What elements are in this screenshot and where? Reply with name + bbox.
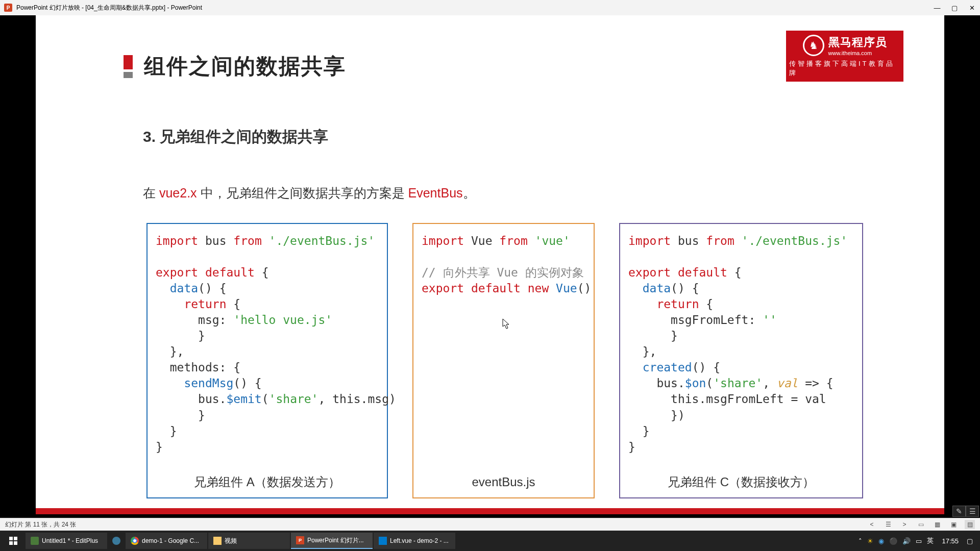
powerpoint-icon: P bbox=[4, 4, 12, 12]
slideshow-controls: ✎ ☰ bbox=[952, 506, 979, 517]
window-titlebar: P PowerPoint 幻灯片放映 - [04_生命周期&数据共享.pptx]… bbox=[0, 0, 980, 15]
tray-power-icon[interactable]: ◉ bbox=[878, 537, 884, 545]
taskbar-ppt-label: PowerPoint 幻灯片... bbox=[307, 536, 364, 545]
code-box-component-a: import bus from './eventBus.js' export d… bbox=[146, 223, 388, 498]
section-heading: 3. 兄弟组件之间的数据共享 bbox=[143, 127, 328, 147]
code-caption-c: 兄弟组件 C（数据接收方） bbox=[620, 474, 862, 490]
logo-name: 黑马程序员 bbox=[828, 35, 887, 50]
svg-rect-0 bbox=[9, 537, 13, 540]
ppt-icon: P bbox=[296, 536, 304, 544]
maximize-button[interactable]: ▢ bbox=[950, 4, 959, 12]
code-caption-eventbus: eventBus.js bbox=[413, 474, 594, 490]
taskbar-app-icon[interactable] bbox=[108, 533, 125, 549]
taskbar-explorer[interactable]: 视频 bbox=[208, 533, 290, 549]
taskbar-vscode-label: Left.vue - demo-2 - ... bbox=[390, 537, 449, 544]
minimize-button[interactable]: — bbox=[933, 4, 941, 12]
sorter-view-button[interactable]: ▦ bbox=[932, 520, 942, 529]
taskbar-powerpoint[interactable]: P PowerPoint 幻灯片... bbox=[291, 533, 373, 549]
tray-notifications-icon[interactable]: ▢ bbox=[967, 537, 973, 545]
taskbar-chrome[interactable]: demo-1 - Google C... bbox=[126, 533, 207, 549]
presentation-area[interactable]: 组件之间的数据共享 ♞ 黑马程序员 www.itheima.com 传智播客旗下… bbox=[0, 15, 980, 518]
tray-weather-icon[interactable]: ☀ bbox=[867, 537, 873, 545]
taskbar-editplus-label: Untitled1 * - EditPlus bbox=[42, 537, 98, 544]
tray-ime-label[interactable]: 英 bbox=[927, 536, 934, 545]
system-tray: ˄ ☀ ◉ ⚫ 🔊 ▭ 英 17:55 ▢ bbox=[853, 536, 978, 545]
normal-view-button[interactable]: ▭ bbox=[916, 520, 926, 529]
title-decoration bbox=[124, 55, 133, 78]
code-box-eventbus: import Vue from 'vue' // 向外共享 Vue 的实例对象 … bbox=[412, 223, 595, 498]
taskbar-editplus[interactable]: Untitled1 * - EditPlus bbox=[26, 533, 107, 549]
brand-logo: ♞ 黑马程序员 www.itheima.com 传智播客旗下高端IT教育品牌 bbox=[786, 31, 903, 82]
menu-icon[interactable]: ☰ bbox=[883, 520, 893, 529]
svg-rect-3 bbox=[14, 541, 17, 545]
taskbar-vscode[interactable]: Left.vue - demo-2 - ... bbox=[374, 533, 455, 549]
code-box-component-c: import bus from './eventBus.js' export d… bbox=[619, 223, 863, 498]
prev-slide-button[interactable]: < bbox=[867, 520, 877, 529]
tray-volume-icon[interactable]: 🔊 bbox=[902, 537, 911, 545]
close-button[interactable]: ✕ bbox=[968, 4, 976, 12]
tray-battery-icon[interactable]: ▭ bbox=[916, 537, 922, 545]
tray-network-icon[interactable]: ⚫ bbox=[889, 537, 897, 545]
slide: 组件之间的数据共享 ♞ 黑马程序员 www.itheima.com 传智播客旗下… bbox=[36, 15, 944, 514]
horse-icon: ♞ bbox=[803, 35, 824, 56]
svg-rect-2 bbox=[9, 541, 13, 545]
next-slide-button[interactable]: > bbox=[899, 520, 910, 529]
slide-counter: 幻灯片 第 11 张，共 24 张 bbox=[5, 520, 867, 529]
taskbar: Untitled1 * - EditPlus demo-1 - Google C… bbox=[0, 531, 980, 551]
start-button[interactable] bbox=[2, 533, 24, 549]
slide-footer-bar bbox=[36, 508, 944, 514]
svg-rect-1 bbox=[14, 537, 17, 540]
page-title: 组件之间的数据共享 bbox=[144, 52, 346, 81]
pen-tool-button[interactable]: ✎ bbox=[952, 506, 966, 517]
tray-chevron-icon[interactable]: ˄ bbox=[859, 537, 862, 545]
slideshow-menu-button[interactable]: ☰ bbox=[966, 506, 979, 517]
reading-view-button[interactable]: ▣ bbox=[948, 520, 959, 529]
taskbar-folder-label: 视频 bbox=[225, 537, 237, 545]
editplus-icon bbox=[31, 537, 39, 545]
status-bar: 幻灯片 第 11 张，共 24 张 < ☰ > ▭ ▦ ▣ ▤ bbox=[0, 518, 980, 531]
app-icon bbox=[112, 537, 120, 545]
window-title: PowerPoint 幻灯片放映 - [04_生命周期&数据共享.pptx] -… bbox=[16, 4, 933, 12]
logo-tagline: 传智播客旗下高端IT教育品牌 bbox=[789, 59, 900, 78]
vscode-icon bbox=[379, 537, 387, 545]
code-caption-a: 兄弟组件 A（数据发送方） bbox=[148, 474, 387, 490]
taskbar-chrome-label: demo-1 - Google C... bbox=[142, 537, 199, 544]
slideshow-view-button[interactable]: ▤ bbox=[965, 520, 975, 529]
logo-url: www.itheima.com bbox=[828, 50, 887, 56]
description-text: 在 vue2.x 中，兄弟组件之间数据共享的方案是 EventBus。 bbox=[143, 185, 476, 202]
folder-icon bbox=[213, 537, 222, 545]
clock[interactable]: 17:55 bbox=[939, 537, 962, 545]
chrome-icon bbox=[131, 537, 139, 545]
